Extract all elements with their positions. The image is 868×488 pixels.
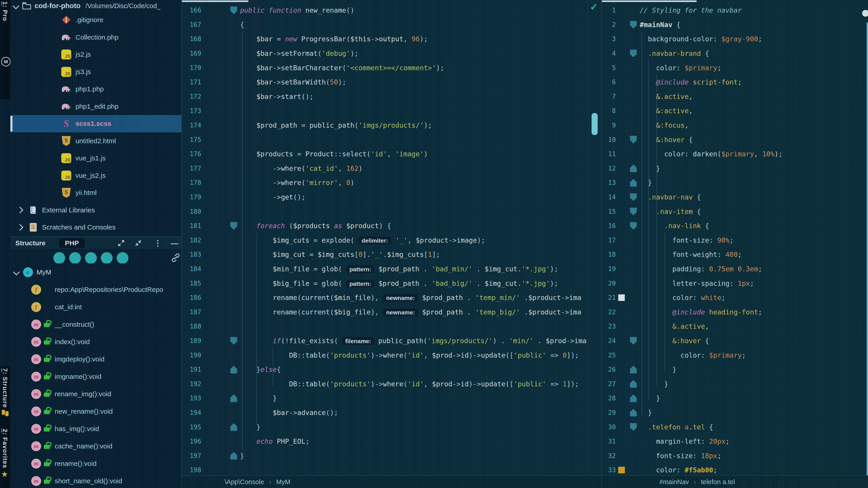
code-text[interactable]: .nav-item { [640,207,868,216]
line-number[interactable]: 6 [602,78,616,86]
code-line[interactable]: 166public function new_rename() [182,3,601,18]
code-text[interactable]: } [640,394,868,402]
line-number[interactable]: 20 [602,280,616,287]
line-number[interactable]: 5 [602,64,616,72]
code-text[interactable]: padding: 0.75em 0.3em; [640,265,868,273]
code-text[interactable]: echo PHP_EOL; [240,437,601,445]
line-number[interactable]: 186 [182,294,201,301]
code-text[interactable]: $prod_path = public_path('imgs/products/… [240,121,601,129]
code-text[interactable]: ->where('mirror', 0) [240,179,601,187]
code-text[interactable]: background-color: $gray-900; [640,35,868,43]
structure-item-row[interactable]: frepo:App\Repositories\ProductRepo [10,281,181,298]
fold-close-icon[interactable] [630,380,637,388]
code-text[interactable]: .telefon a.tel { [640,423,868,431]
line-number[interactable]: 4 [602,50,616,57]
chevron-right-icon[interactable] [17,224,24,231]
breadcrumb-item[interactable]: \App\Console [225,478,264,486]
structure-item-row[interactable]: mrename_img():void [10,385,181,402]
breadcrumb-item[interactable]: #mainNav [659,478,689,486]
code-line[interactable]: 189 if(!file_exists( filename: public_pa… [182,334,601,348]
code-line[interactable]: 197} [182,449,601,463]
code-line[interactable]: 196 echo PHP_EOL; [182,434,601,449]
structure-item-row[interactable]: mimgname():void [10,368,181,385]
code-text[interactable]: margin-left: 20px; [640,437,868,445]
line-number[interactable]: 196 [182,437,201,445]
breadcrumb-item[interactable]: MyM [276,478,290,486]
code-text[interactable]: &:active, [640,107,868,115]
more-options-icon[interactable]: ⋮ [153,238,162,248]
fold-close-icon[interactable] [230,452,237,459]
line-number[interactable]: 174 [182,122,201,129]
code-text[interactable]: letter-spacing: 1px; [640,280,868,287]
file-row-collection-php[interactable]: Collection.php [10,29,181,46]
line-number[interactable]: 19 [602,265,616,273]
code-line[interactable]: 175 [182,132,601,147]
line-number[interactable]: 15 [602,208,616,215]
filter-button-2-icon[interactable] [69,252,81,264]
code-text[interactable]: $min_file = glob( pattern: $prod_path . … [240,265,601,273]
expand-all-icon[interactable] [117,238,126,248]
line-number[interactable]: 2 [602,21,616,29]
php-error-stripe[interactable]: ✓ [588,0,601,476]
file-row-scratches-and-consoles[interactable]: Scratches and Consoles [10,219,181,236]
code-line[interactable]: 174 $prod_path = public_path('imgs/produ… [182,118,601,133]
line-number[interactable]: 175 [182,136,201,143]
m-circle-icon[interactable]: M [1,57,11,66]
line-number[interactable]: 27 [602,380,616,388]
code-text[interactable]: DB::table('products')->where('id', $prod… [240,380,601,388]
line-number[interactable]: 21 [602,294,616,301]
fold-gutter[interactable] [627,380,640,388]
hide-icon[interactable]: — [170,238,179,248]
line-number[interactable]: 13 [602,179,616,186]
fold-open-icon[interactable] [630,21,637,29]
file-row-untitled2-html[interactable]: 5untitled2.html [10,132,181,150]
code-text[interactable]: color: $primary; [640,351,868,359]
code-text[interactable]: font-weight: 400; [640,251,868,258]
code-line[interactable]: 31 margin-left: 20px; [602,434,868,449]
line-number[interactable]: 16 [602,222,616,230]
line-number[interactable]: 182 [182,236,201,244]
structure-item-row[interactable]: mnew_rename():void [10,402,181,420]
line-number[interactable]: 29 [602,409,616,416]
code-line[interactable]: 190 DB::table('products')->where('id', $… [182,348,601,362]
code-text[interactable]: &:hover { [640,337,868,345]
code-text[interactable]: rename(current($big_file), newname: $pro… [240,308,601,316]
line-number[interactable]: 14 [602,193,616,201]
structure-item-row[interactable]: mrename():void [10,455,181,472]
fold-gutter[interactable] [627,409,640,416]
code-line[interactable]: 195 } [182,420,601,434]
code-text[interactable]: color: $primary; [640,64,868,72]
fold-open-icon[interactable] [630,207,637,215]
fold-open-icon[interactable] [630,50,637,57]
code-line[interactable]: 184 $min_file = glob( pattern: $prod_pat… [182,262,601,276]
line-number[interactable]: 197 [182,452,201,459]
line-number[interactable]: 173 [182,107,201,115]
fold-close-icon[interactable] [230,423,237,431]
chevron-right-icon[interactable] [17,207,24,214]
fold-close-icon[interactable] [630,409,637,416]
line-number[interactable]: 192 [182,380,201,388]
code-text[interactable]: $big_file = glob( pattern: $prod_path . … [240,280,601,287]
line-number[interactable]: 3 [602,35,616,43]
code-text[interactable]: color: #f5ab00; [640,466,868,474]
fold-gutter[interactable] [627,179,640,187]
code-text[interactable]: } [240,423,601,431]
fold-open-icon[interactable] [630,337,637,345]
breadcrumb-item[interactable]: telefon a.tel [701,478,735,486]
line-number[interactable]: 190 [182,352,201,359]
fold-gutter[interactable] [227,452,240,459]
line-number[interactable]: 12 [602,165,616,172]
line-number[interactable]: 177 [182,165,201,172]
code-line[interactable]: 192 DB::table('products')->where('id', $… [182,377,601,391]
fold-gutter[interactable] [627,337,640,345]
line-number[interactable]: 194 [182,409,201,416]
code-line[interactable]: 2#mainNav { [602,18,868,32]
fold-gutter[interactable] [627,193,640,201]
line-number[interactable]: 183 [182,251,201,258]
code-text[interactable]: font-size: 90%; [640,236,868,244]
fold-close-icon[interactable] [630,366,637,373]
line-number[interactable]: 188 [182,323,201,330]
code-text[interactable]: public function new_rename() [240,6,601,14]
inspections-passed-icon[interactable]: ✓ [590,1,598,12]
fold-gutter[interactable] [627,207,640,215]
